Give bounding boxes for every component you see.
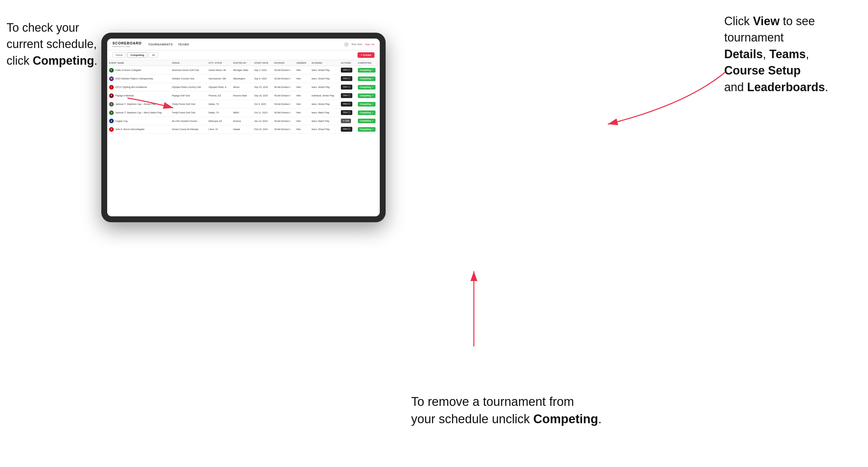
table-row: P Papago Individual Papago Golf ClubPhoe… [107,92,380,100]
team-logo: H [109,127,114,132]
event-name-cell: I OFCC Fighting Illini Invitational [107,83,170,92]
navbar: SCOREBOARD Powered by clippi TOURNAMENTS… [107,38,380,50]
competing-badge[interactable]: Competing ✓ [358,127,375,132]
competing-badge[interactable]: Competing ✓ [358,85,375,90]
gender-cell: Men [294,125,309,134]
event-name-cell: F Folds of Honor Collegiate [107,66,170,74]
col-gender: GENDER [294,60,309,66]
filter-competing[interactable]: Competing [127,52,147,58]
competing-badge[interactable]: Competing ✓ [358,102,375,106]
start-cell: Jan 14, 2024 [252,117,272,125]
actions-cell: View ⓘ [339,100,356,108]
scoring-cell: team, Stroke Play [309,66,339,74]
scoring-cell: team, Stroke Play [309,125,339,134]
start-cell: Sep 4, 2023 [252,66,272,74]
team-logo: I [109,85,114,90]
competing-badge[interactable]: Competing ✓ [358,93,375,98]
start-cell: Oct 11, 2023 [252,108,272,117]
competing-badge[interactable]: Competing ✓ [358,111,375,115]
division-cell: NCAA Division I [272,66,294,74]
division-cell: NCAA Division I [272,117,294,125]
col-hosted: HOSTED BY [231,60,252,66]
hosted-cell: Washington [231,74,252,83]
venue-cell: American Dunes Golf Club [170,66,207,74]
view-button[interactable]: View ⓘ [341,76,352,81]
hosted-cell [231,100,252,108]
nav-right: Test User Sign out [344,42,374,47]
col-venue: VENUE [170,60,207,66]
event-name-cell: H John A. Burns Intercollegiate [107,125,170,134]
team-logo: P [109,93,114,98]
venue-cell: Ak-Chin Southern Dunes [170,117,207,125]
scoring-cell: team, Match Play [309,108,339,117]
team-logo: F [109,68,114,72]
event-name: OFCC Fighting Illini Invitational [115,86,147,88]
gender-cell: Men [294,74,309,83]
city-cell: Olympia Fields, IL [207,83,231,92]
view-button[interactable]: View ⓘ [341,102,352,106]
hosted-cell: Hawaii [231,125,252,134]
nav-teams[interactable]: TEAMS [178,42,189,47]
tournaments-table: EVENT NAME VENUE CITY, STATE HOSTED BY S… [107,60,380,134]
brand: SCOREBOARD Powered by clippi [113,41,142,47]
gender-cell: Men [294,83,309,92]
competing-cell: Competing ✓ [356,117,380,125]
venue-cell: Trinity Forest Golf Club [170,108,207,117]
city-cell: Grand Haven, MI [207,66,231,74]
scoring-cell: team, Stroke Play [309,74,339,83]
table-row: J Jackson T. Stephens Cup – Stroke Play … [107,100,380,108]
competing-cell: Competing ✓ [356,100,380,108]
city-cell: Dallas, TX [207,108,231,117]
competing-badge[interactable]: Competing ✓ [358,68,375,72]
scoring-cell: team, Stroke Play [309,83,339,92]
division-cell: NCAA Division I [272,92,294,100]
city-cell: Dallas, TX [207,100,231,108]
team-logo: W [109,76,114,81]
event-name-cell: P Papago Individual [107,92,170,100]
annotation-bottom: To remove a tournament from your schedul… [411,393,640,428]
gender-cell: Men [294,117,309,125]
view-button[interactable]: View ⓘ [341,93,352,98]
view-button[interactable]: View ⓘ [341,127,352,132]
table-row: F Folds of Honor Collegiate American Dun… [107,66,380,74]
view-button[interactable]: View ⓘ [341,68,352,72]
event-name-cell: J Jackson T. Stephens Cup – Men's Match … [107,108,170,117]
filter-all[interactable]: All [149,52,158,58]
competing-cell: Competing ✓ [356,83,380,92]
city-cell: Lihue, HI [207,125,231,134]
edit-button[interactable]: ✏ Edit [341,119,351,123]
competing-cell: Competing ✓ [356,74,380,83]
scoring-cell: team, Match Play [309,117,339,125]
event-name: Jackson T. Stephens Cup – Men's Match Pl… [115,112,162,114]
division-cell: NCAA Division I [272,74,294,83]
venue-cell: Ocean Course At Hokuala [170,125,207,134]
start-cell: Feb 15, 2024 [252,125,272,134]
competing-cell: Competing ✓ [356,92,380,100]
table-row: J Jackson T. Stephens Cup – Men's Match … [107,108,380,117]
competing-badge[interactable]: Competing ✓ [358,76,375,81]
tablet-frame: SCOREBOARD Powered by clippi TOURNAMENTS… [101,33,385,222]
nav-tournaments[interactable]: TOURNAMENTS [148,42,173,47]
view-button[interactable]: View ⓘ [341,85,352,90]
view-button[interactable]: View ⓘ [341,110,352,115]
team-logo: J [109,111,114,115]
table-row: W 2023 Sahalee Players Championship Saha… [107,74,380,83]
tournaments-table-container: EVENT NAME VENUE CITY, STATE HOSTED BY S… [107,60,380,216]
start-cell: Sep 9, 2023 [252,74,272,83]
event-name-cell: J Jackson T. Stephens Cup – Stroke Play [107,100,170,108]
team-logo: J [109,102,114,106]
filter-home[interactable]: Home [113,52,126,58]
venue-cell: Trinity Forest Golf Club [170,100,207,108]
division-cell: NCAA Division I [272,125,294,134]
create-button[interactable]: + Create [358,52,374,58]
col-division: DIVISION [272,60,294,66]
city-cell: Maricopa, AZ [207,117,231,125]
col-competing: COMPETING [356,60,380,66]
brand-sub: Powered by clippi [113,45,142,48]
competing-badge[interactable]: Competing ✓ [358,119,375,123]
nav-signout[interactable]: Sign out [365,43,374,46]
actions-cell: View ⓘ [339,83,356,92]
event-name: John A. Burns Intercollegiate [115,128,145,130]
actions-cell: View ⓘ [339,66,356,74]
nav-user: Test User [351,43,363,46]
